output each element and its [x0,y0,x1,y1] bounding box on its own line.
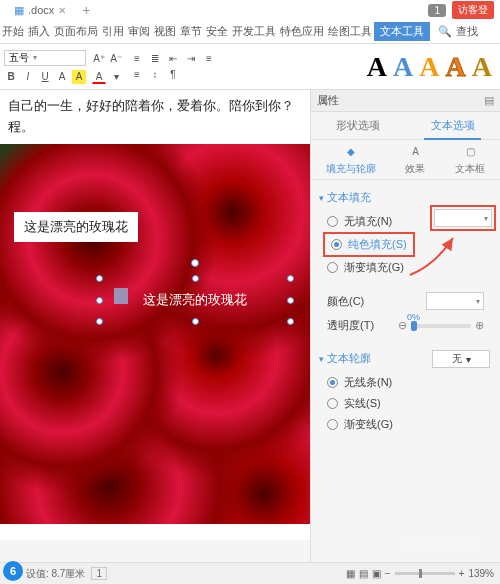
rotate-handle[interactable] [191,259,199,267]
align-center-icon[interactable]: ≡ [129,68,145,82]
radio-icon [327,262,338,273]
color-highlight: ▾ [430,205,496,231]
indent-icon[interactable]: ⇤ [165,52,181,66]
numlist-icon[interactable]: ≣ [147,52,163,66]
view-icon[interactable]: ▦ [346,568,355,579]
outline-preset-select[interactable]: 无▾ [432,350,490,368]
doc-icon: ▦ [14,4,24,17]
zoom-slider[interactable] [395,572,455,575]
search-icon[interactable]: 🔍 [436,25,454,38]
sub-icon[interactable]: A⁻ [109,52,123,66]
cursor-pos: 1 [91,567,107,580]
menu-bar: 开始 插入 页面布局 引用 审阅 视图 章节 安全 开发工具 特色应用 绘图工具… [0,20,500,44]
view-icon[interactable]: ▤ [359,568,368,579]
style-preset[interactable]: A [472,51,492,83]
menu-item[interactable]: 章节 [178,24,204,39]
radio-gradient-line[interactable]: 渐变线(G) [319,414,492,435]
outdent-icon[interactable]: ⇥ [183,52,199,66]
menu-item[interactable]: 开发工具 [230,24,278,39]
resize-handle[interactable] [287,297,294,304]
properties-panel: 属性 ▤ 形状选项 文本选项 ◆ 填充与轮廓 A 效果 ▢ 文本框 ▾ 文本填充… [310,90,500,568]
document-canvas[interactable]: 自己的一生，好好的陪着你，爱着你。陪你到你？程。 这是漂亮的玫瑰花 这是漂亮的玫… [0,90,310,540]
menu-item[interactable]: 特色应用 [278,24,326,39]
menu-item[interactable]: 引用 [100,24,126,39]
toolbar: 五号▾ B I U A A A⁺ A⁻ A ▾ ≡ ≣ ⇤ ⇥ ≡ ≡ ↕ ¶ … [0,44,500,90]
zoom-in-icon[interactable]: + [459,568,465,579]
section-text-fill[interactable]: 文本填充 [319,190,492,205]
menu-item[interactable]: 开始 [0,24,26,39]
menu-item[interactable]: 审阅 [126,24,152,39]
search-label[interactable]: 查找 [454,24,480,39]
subtab-effect[interactable]: A 效果 [405,144,425,176]
radio-icon [327,419,338,430]
radio-solid-fill[interactable]: 纯色填充(S) [329,236,409,253]
menu-item[interactable]: 视图 [152,24,178,39]
resize-handle[interactable] [96,275,103,282]
tab-text-options[interactable]: 文本选项 [406,112,501,139]
zoom-value[interactable]: 139% [468,568,494,579]
style-preset[interactable]: A [393,51,413,83]
list-icon[interactable]: ≡ [129,52,145,66]
subtab-fill-outline[interactable]: ◆ 填充与轮廓 [326,144,376,176]
textbox-white[interactable]: 这是漂亮的玫瑰花 [14,212,138,242]
add-tab-button[interactable]: + [82,2,90,18]
panel-tabs: 形状选项 文本选项 [311,112,500,140]
resize-handle[interactable] [192,318,199,325]
menu-item[interactable]: 页面布局 [52,24,100,39]
align-left-icon[interactable]: ≡ [201,52,217,66]
bold-icon[interactable]: B [4,70,18,84]
view-icon[interactable]: ▣ [372,568,381,579]
underline-icon[interactable]: U [38,70,52,84]
resize-handle[interactable] [96,297,103,304]
style-preset[interactable]: A [419,51,439,83]
resize-handle[interactable] [287,275,294,282]
fill-color-picker[interactable]: ▾ [434,209,492,227]
strike-icon[interactable]: A [55,70,69,84]
opacity-slider[interactable] [411,324,471,328]
plus-icon[interactable]: ⊕ [475,319,484,332]
sup-icon[interactable]: A⁺ [92,52,106,66]
filename: .docx [28,4,54,16]
radio-gradient-fill[interactable]: 渐变填充(G) [319,257,492,278]
menu-item[interactable]: 插入 [26,24,52,39]
highlight-icon[interactable]: A [72,70,86,84]
textbox-icon: ▢ [462,144,478,160]
title-bar: ▦ .docx ✕ + 1 访客登 [0,0,500,20]
ruler-value: 设值: 8.7厘米 [26,567,85,581]
italic-icon[interactable]: I [21,70,35,84]
radio-no-line[interactable]: 无线条(N) [319,372,492,393]
sub-tabs: ◆ 填充与轮廓 A 效果 ▢ 文本框 [311,140,500,180]
style-preset[interactable]: A [446,51,466,83]
resize-handle[interactable] [96,318,103,325]
more-icon[interactable]: ▾ [109,70,123,84]
close-icon[interactable]: ▤ [484,94,494,107]
lineheight-icon[interactable]: ↕ [147,68,163,82]
para-icon[interactable]: ¶ [165,68,181,82]
radio-solid-line[interactable]: 实线(S) [319,393,492,414]
font-size-select[interactable]: 五号▾ [4,50,86,66]
text-styles: A A A A A [363,51,496,83]
panel-header: 属性 ▤ [311,90,500,112]
document-tab[interactable]: ▦ .docx ✕ [6,0,74,20]
menu-item[interactable]: 绘图工具 [326,24,374,39]
tab-shape-options[interactable]: 形状选项 [311,112,406,139]
notification-badge[interactable]: 1 [428,4,446,17]
radio-icon [327,398,338,409]
close-icon[interactable]: ✕ [58,5,66,16]
login-button[interactable]: 访客登 [452,1,494,19]
resize-handle[interactable] [287,318,294,325]
textbox-selected[interactable]: 这是漂亮的玫瑰花 [100,279,290,321]
radio-icon [331,239,342,250]
text-color-icon[interactable]: A [92,70,106,84]
opacity-label: 透明度(T) [327,318,374,333]
color-select[interactable]: ▾ [426,292,484,310]
minus-icon[interactable]: ⊖ [398,319,407,332]
step-badge: 6 [3,561,23,581]
resize-handle[interactable] [192,275,199,282]
rose-image[interactable]: 这是漂亮的玫瑰花 这是漂亮的玫瑰花 [0,144,310,524]
menu-item[interactable]: 安全 [204,24,230,39]
subtab-textbox[interactable]: ▢ 文本框 [455,144,485,176]
style-preset[interactable]: A [367,51,387,83]
menu-item-active[interactable]: 文本工具 [374,22,430,41]
zoom-out-icon[interactable]: − [385,568,391,579]
